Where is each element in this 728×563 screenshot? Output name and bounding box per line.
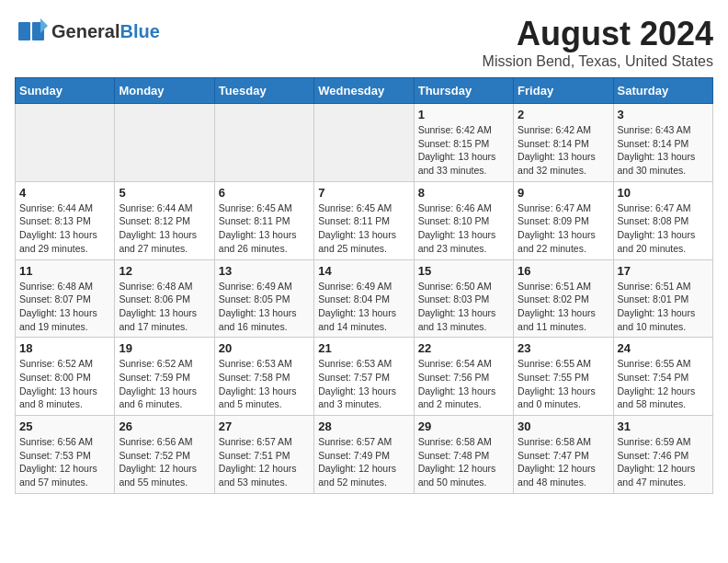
day-number: 4 [19,186,110,200]
weekday-header: Friday [514,78,613,104]
day-info: Sunrise: 6:45 AM Sunset: 8:11 PM Dayligh… [318,201,409,256]
day-info: Sunrise: 6:51 AM Sunset: 8:02 PM Dayligh… [518,280,609,334]
day-info: Sunrise: 6:59 AM Sunset: 7:46 PM Dayligh… [618,435,709,489]
calendar-cell: 1Sunrise: 6:42 AM Sunset: 8:15 PM Daylig… [414,104,513,182]
calendar-cell: 19Sunrise: 6:52 AM Sunset: 7:59 PM Dayli… [115,338,214,416]
calendar-cell: 27Sunrise: 6:57 AM Sunset: 7:51 PM Dayli… [214,416,313,494]
day-number: 13 [219,264,310,278]
day-info: Sunrise: 6:51 AM Sunset: 8:01 PM Dayligh… [618,280,709,334]
calendar-week-row: 11Sunrise: 6:48 AM Sunset: 8:07 PM Dayli… [16,259,713,338]
calendar-body: 1Sunrise: 6:42 AM Sunset: 8:15 PM Daylig… [16,104,713,494]
day-number: 28 [318,419,409,433]
day-number: 15 [418,264,509,278]
day-number: 22 [418,341,509,355]
day-number: 10 [618,186,709,200]
day-number: 27 [219,419,310,433]
day-number: 30 [518,419,609,433]
logo-general: General [51,21,119,41]
calendar-cell: 17Sunrise: 6:51 AM Sunset: 8:01 PM Dayli… [613,259,712,338]
calendar-week-row: 25Sunrise: 6:56 AM Sunset: 7:53 PM Dayli… [16,416,713,494]
calendar-cell [115,104,214,182]
calendar-cell: 11Sunrise: 6:48 AM Sunset: 8:07 PM Dayli… [16,259,115,338]
logo: GeneralBlue [15,15,160,48]
day-info: Sunrise: 6:57 AM Sunset: 7:51 PM Dayligh… [219,435,310,489]
day-info: Sunrise: 6:45 AM Sunset: 8:11 PM Dayligh… [219,201,310,256]
day-info: Sunrise: 6:56 AM Sunset: 7:52 PM Dayligh… [119,435,210,489]
calendar-subtitle: Mission Bend, Texas, United States [483,53,713,70]
logo-icon [15,15,48,48]
calendar-week-row: 1Sunrise: 6:42 AM Sunset: 8:15 PM Daylig… [16,104,713,182]
calendar-cell: 2Sunrise: 6:42 AM Sunset: 8:14 PM Daylig… [514,104,613,182]
day-number: 19 [119,341,210,355]
day-info: Sunrise: 6:42 AM Sunset: 8:15 PM Dayligh… [418,123,509,178]
calendar-cell: 28Sunrise: 6:57 AM Sunset: 7:49 PM Dayli… [314,416,414,494]
weekday-header: Thursday [414,78,513,104]
day-info: Sunrise: 6:43 AM Sunset: 8:14 PM Dayligh… [618,123,709,178]
weekday-header: Saturday [613,78,712,104]
calendar-cell: 8Sunrise: 6:46 AM Sunset: 8:10 PM Daylig… [414,181,513,259]
day-number: 20 [219,341,310,355]
calendar-cell: 24Sunrise: 6:55 AM Sunset: 7:54 PM Dayli… [613,338,712,416]
day-info: Sunrise: 6:48 AM Sunset: 8:06 PM Dayligh… [119,280,210,334]
day-info: Sunrise: 6:50 AM Sunset: 8:03 PM Dayligh… [418,280,509,334]
day-number: 1 [418,108,509,121]
day-number: 26 [119,419,210,433]
calendar-title: August 2024 [483,15,713,53]
day-info: Sunrise: 6:46 AM Sunset: 8:10 PM Dayligh… [418,201,509,256]
calendar-cell: 21Sunrise: 6:53 AM Sunset: 7:57 PM Dayli… [314,338,414,416]
calendar-cell: 26Sunrise: 6:56 AM Sunset: 7:52 PM Dayli… [115,416,214,494]
calendar-cell: 31Sunrise: 6:59 AM Sunset: 7:46 PM Dayli… [613,416,712,494]
day-number: 3 [618,108,709,121]
calendar-title-area: August 2024 Mission Bend, Texas, United … [483,15,713,70]
logo-blue: Blue [119,21,159,41]
day-info: Sunrise: 6:56 AM Sunset: 7:53 PM Dayligh… [19,435,110,489]
weekday-header-row: SundayMondayTuesdayWednesdayThursdayFrid… [16,78,713,104]
calendar-cell: 3Sunrise: 6:43 AM Sunset: 8:14 PM Daylig… [613,104,712,182]
weekday-header: Tuesday [214,78,313,104]
calendar-cell: 10Sunrise: 6:47 AM Sunset: 8:08 PM Dayli… [613,181,712,259]
day-info: Sunrise: 6:52 AM Sunset: 8:00 PM Dayligh… [19,357,110,411]
day-number: 6 [219,186,310,200]
calendar-cell: 9Sunrise: 6:47 AM Sunset: 8:09 PM Daylig… [514,181,613,259]
calendar-cell: 22Sunrise: 6:54 AM Sunset: 7:56 PM Dayli… [414,338,513,416]
calendar-cell: 5Sunrise: 6:44 AM Sunset: 8:12 PM Daylig… [115,181,214,259]
day-info: Sunrise: 6:44 AM Sunset: 8:13 PM Dayligh… [19,201,110,256]
day-number: 16 [518,264,609,278]
calendar-cell: 7Sunrise: 6:45 AM Sunset: 8:11 PM Daylig… [314,181,414,259]
calendar-table: SundayMondayTuesdayWednesdayThursdayFrid… [15,77,713,494]
day-number: 21 [318,341,409,355]
day-info: Sunrise: 6:58 AM Sunset: 7:48 PM Dayligh… [418,435,509,489]
calendar-cell: 15Sunrise: 6:50 AM Sunset: 8:03 PM Dayli… [414,259,513,338]
day-number: 25 [19,419,110,433]
weekday-header: Monday [115,78,214,104]
day-number: 2 [518,108,609,121]
calendar-cell: 4Sunrise: 6:44 AM Sunset: 8:13 PM Daylig… [16,181,115,259]
day-info: Sunrise: 6:57 AM Sunset: 7:49 PM Dayligh… [318,435,409,489]
day-info: Sunrise: 6:53 AM Sunset: 7:58 PM Dayligh… [219,357,310,411]
day-number: 5 [119,186,210,200]
calendar-cell: 14Sunrise: 6:49 AM Sunset: 8:04 PM Dayli… [314,259,414,338]
calendar-cell: 30Sunrise: 6:58 AM Sunset: 7:47 PM Dayli… [514,416,613,494]
calendar-cell: 23Sunrise: 6:55 AM Sunset: 7:55 PM Dayli… [514,338,613,416]
day-info: Sunrise: 6:42 AM Sunset: 8:14 PM Dayligh… [518,123,609,178]
day-info: Sunrise: 6:44 AM Sunset: 8:12 PM Dayligh… [119,201,210,256]
day-info: Sunrise: 6:49 AM Sunset: 8:04 PM Dayligh… [318,280,409,334]
day-info: Sunrise: 6:53 AM Sunset: 7:57 PM Dayligh… [318,357,409,411]
calendar-cell: 6Sunrise: 6:45 AM Sunset: 8:11 PM Daylig… [214,181,313,259]
day-number: 24 [618,341,709,355]
calendar-week-row: 18Sunrise: 6:52 AM Sunset: 8:00 PM Dayli… [16,338,713,416]
day-number: 18 [19,341,110,355]
calendar-cell: 29Sunrise: 6:58 AM Sunset: 7:48 PM Dayli… [414,416,513,494]
calendar-cell: 20Sunrise: 6:53 AM Sunset: 7:58 PM Dayli… [214,338,313,416]
day-info: Sunrise: 6:49 AM Sunset: 8:05 PM Dayligh… [219,280,310,334]
day-info: Sunrise: 6:55 AM Sunset: 7:54 PM Dayligh… [618,357,709,411]
calendar-cell: 18Sunrise: 6:52 AM Sunset: 8:00 PM Dayli… [16,338,115,416]
day-number: 8 [418,186,509,200]
day-number: 11 [19,264,110,278]
day-info: Sunrise: 6:55 AM Sunset: 7:55 PM Dayligh… [518,357,609,411]
calendar-week-row: 4Sunrise: 6:44 AM Sunset: 8:13 PM Daylig… [16,181,713,259]
day-number: 29 [418,419,509,433]
calendar-cell [16,104,115,182]
svg-rect-1 [18,22,30,40]
weekday-header: Sunday [16,78,115,104]
